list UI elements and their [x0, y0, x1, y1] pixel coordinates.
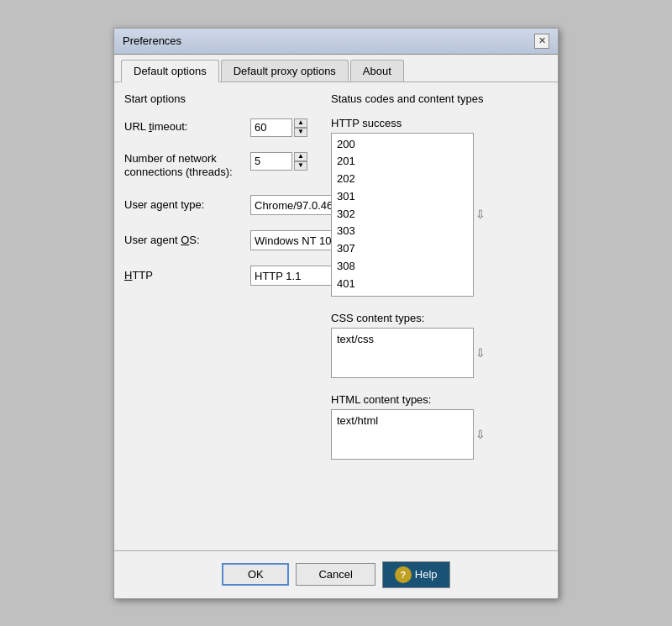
connections-spinner: 5 ▲ ▼: [250, 152, 307, 171]
help-icon: ?: [395, 566, 412, 583]
tab-default-options[interactable]: Default options: [121, 60, 219, 82]
http-success-label: HTTP success: [331, 117, 548, 129]
url-timeout-input[interactable]: 60: [250, 118, 292, 137]
user-agent-type-row: User agent type: Chrome/97.0.4692.71 ▼: [124, 195, 318, 215]
list-item: 303: [337, 223, 468, 240]
connections-label: Number of networkconnections (threads):: [124, 152, 250, 181]
css-listbox[interactable]: text/css: [331, 328, 474, 378]
http-success-scrollbar: ⇩: [474, 133, 487, 297]
list-item: text/css: [337, 331, 468, 349]
list-item: 202: [337, 171, 468, 188]
window-title: Preferences: [123, 34, 181, 47]
list-item: text/html: [337, 413, 468, 430]
list-item: 201: [337, 153, 468, 171]
title-bar: Preferences ✕: [114, 29, 558, 55]
connections-spinner-buttons: ▲ ▼: [294, 152, 307, 171]
list-item: 308: [337, 258, 468, 276]
tab-bar: Default options Default proxy options Ab…: [114, 55, 558, 82]
list-item: 200: [337, 136, 468, 154]
url-timeout-up[interactable]: ▲: [294, 118, 307, 128]
right-panel: Status codes and content types HTTP succ…: [331, 92, 548, 540]
css-container: text/css ⇩: [331, 328, 548, 378]
http-value: HTTP 1.1: [255, 270, 301, 282]
url-timeout-spinner: 60 ▲ ▼: [250, 118, 307, 137]
status-codes-title: Status codes and content types: [331, 92, 548, 105]
url-timeout-spinner-buttons: ▲ ▼: [294, 118, 307, 137]
list-item: 302: [337, 206, 468, 224]
http-success-section: HTTP success 200 201 202 301 302 303 307…: [331, 117, 548, 297]
tab-proxy-options[interactable]: Default proxy options: [221, 60, 349, 82]
bottom-bar: OK Cancel ? Help: [114, 550, 558, 598]
list-item: 301: [337, 188, 468, 206]
ok-button[interactable]: OK: [222, 563, 289, 586]
html-label: HTML content types:: [331, 393, 548, 406]
tab-about[interactable]: About: [350, 60, 404, 82]
list-item: 401: [337, 276, 468, 293]
tab-default-options-label: Default options: [134, 65, 207, 77]
start-options-label: Start options: [124, 92, 318, 105]
connections-up[interactable]: ▲: [294, 152, 307, 161]
url-timeout-label: URL timeout:: [124, 120, 250, 134]
http-label: HTTP: [124, 269, 250, 283]
cancel-button[interactable]: Cancel: [296, 563, 375, 586]
main-content: Start options URL timeout: 60 ▲ ▼ Number…: [114, 82, 558, 550]
html-listbox[interactable]: text/html: [331, 409, 474, 460]
css-scrollbar: ⇩: [474, 328, 487, 378]
connections-row: Number of networkconnections (threads): …: [124, 152, 318, 181]
html-scrollbar: ⇩: [474, 409, 487, 460]
tab-about-label: About: [363, 65, 391, 77]
help-button[interactable]: ? Help: [382, 561, 450, 588]
http-row: HTTP HTTP 1.1 ▼: [124, 266, 318, 286]
url-timeout-down[interactable]: ▼: [294, 128, 307, 137]
preferences-window: Preferences ✕ Default options Default pr…: [113, 28, 559, 599]
http-success-listbox[interactable]: 200 201 202 301 302 303 307 308 401: [331, 133, 474, 297]
css-label: CSS content types:: [331, 312, 548, 324]
http-success-container: 200 201 202 301 302 303 307 308 401 ⇩: [331, 133, 548, 297]
html-container: text/html ⇩: [331, 409, 548, 460]
help-label: Help: [415, 568, 438, 581]
tab-proxy-options-label: Default proxy options: [234, 65, 336, 77]
list-item: 307: [337, 240, 468, 258]
css-section: CSS content types: text/css ⇩: [331, 312, 548, 378]
user-agent-type-label: User agent type:: [124, 198, 250, 213]
user-agent-os-label: User agent OS:: [124, 234, 250, 248]
user-agent-os-value: Windows NT 10.0: [255, 234, 340, 247]
connections-down[interactable]: ▼: [294, 161, 307, 171]
html-section: HTML content types: text/html ⇩: [331, 393, 548, 460]
close-button[interactable]: ✕: [534, 34, 549, 49]
url-timeout-row: URL timeout: 60 ▲ ▼: [124, 118, 318, 137]
connections-input[interactable]: 5: [250, 152, 292, 171]
user-agent-os-row: User agent OS: Windows NT 10.0 ▼: [124, 230, 318, 250]
left-panel: Start options URL timeout: 60 ▲ ▼ Number…: [124, 92, 318, 540]
